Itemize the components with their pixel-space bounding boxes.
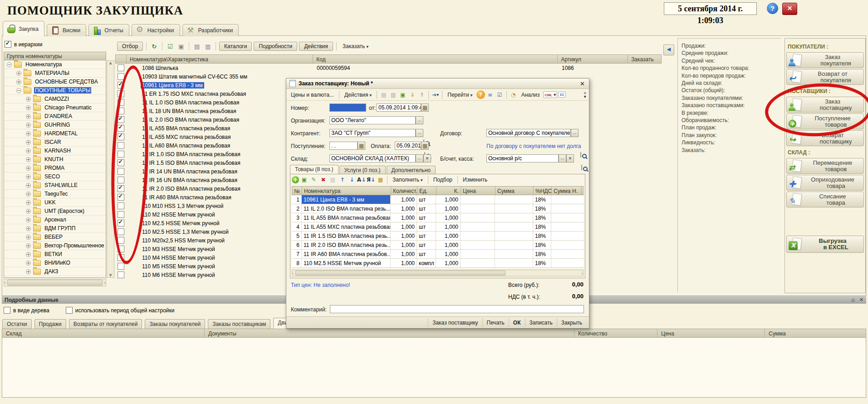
contragent-input[interactable]: ЗАО "СТ Групп" (329, 129, 416, 137)
row-checkbox[interactable] (118, 90, 124, 97)
tree-item[interactable]: + CAMOZZI (4, 95, 106, 103)
main-tab[interactable]: Висяки (47, 24, 86, 36)
row-checkbox[interactable] (118, 151, 124, 158)
details-button[interactable]: Подробности (254, 42, 297, 51)
tree-item[interactable]: − Номенклатура (4, 60, 106, 69)
tree-item[interactable]: + STAHLWILLE (4, 181, 106, 190)
expand-icon[interactable]: + (26, 131, 31, 136)
row-checkbox[interactable] (118, 116, 124, 123)
expand-icon[interactable]: + (26, 140, 31, 145)
row-checkbox[interactable] (118, 159, 124, 166)
contragent-select-button[interactable]: ... (416, 129, 423, 137)
row-checkbox[interactable] (118, 185, 124, 192)
tree-item[interactable]: + Вектор-Промышленное (4, 241, 106, 250)
date-input[interactable]: 05.09.2014 1:09:45 (377, 103, 421, 112)
sort-desc-icon[interactable]: Я (367, 176, 375, 184)
paste-list-b-icon[interactable]: ▥ (203, 42, 212, 51)
totals-icon[interactable]: ▦ (376, 176, 385, 184)
more-buttons-chevron[interactable]: »▾ (584, 91, 587, 99)
tree-item[interactable]: + ВДМ ГРУПП (4, 224, 106, 233)
tree-item[interactable]: + UKK (4, 198, 106, 207)
expand-icon[interactable]: + (26, 148, 31, 153)
account-clear-icon[interactable]: ✕ (566, 154, 574, 163)
save-rows-icon[interactable]: ▤ (329, 176, 337, 184)
goto-dropdown[interactable]: Перейти (445, 91, 475, 99)
goods-table-horizontal-scrollbar[interactable]: ‹› (292, 270, 584, 276)
documents-column-header[interactable]: Документы (205, 329, 574, 337)
close-app-button[interactable]: ✕ (782, 3, 797, 15)
main-tab[interactable]: Отчеты (88, 24, 129, 36)
organization-select-button[interactable]: ... (416, 116, 423, 124)
row-checkbox[interactable] (118, 125, 124, 132)
save-icon[interactable]: ▤ (379, 90, 388, 99)
pin-icon[interactable]: ▫ (851, 297, 854, 303)
tree-item[interactable]: + KARNASH (4, 147, 106, 155)
row-checkbox[interactable] (118, 220, 124, 227)
network-icon[interactable]: 1С (558, 92, 565, 98)
help-icon[interactable]: ? (767, 3, 778, 14)
row-checkbox[interactable] (118, 64, 124, 71)
row-checkbox[interactable] (118, 168, 124, 175)
expand-icon[interactable]: + (16, 71, 21, 76)
expand-icon[interactable]: + (26, 252, 31, 257)
goods-row[interactable]: 4 11 IL A55 MXC пластина резьбовая 1,000… (292, 222, 584, 232)
copy-pages-icon[interactable]: ▣ (177, 42, 186, 51)
tree-item[interactable]: − ПОКУПНЫЕ ТОВАРЫ (4, 86, 106, 95)
row-checkbox[interactable] (118, 263, 124, 270)
dialog-footer-button[interactable]: Заказ поставщику (428, 318, 482, 327)
preview-icon[interactable]: ▧ (389, 90, 397, 99)
warehouse-column-header[interactable]: Склад (2, 329, 205, 337)
hierarchy-checkbox[interactable] (5, 41, 11, 48)
excel-export-button[interactable]: Выгрузкав EXCEL (786, 236, 864, 253)
dialog-actions-dropdown[interactable]: Действия (342, 91, 374, 99)
expand-icon[interactable]: + (26, 217, 31, 222)
main-tab[interactable]: Разработчики (182, 24, 239, 36)
name-column-header[interactable]: Номенклатура\Характеристика (127, 55, 313, 63)
row-checkbox[interactable] (118, 194, 124, 201)
contract-input[interactable]: Основной договор С покупателем (486, 129, 571, 137)
action-button[interactable]: Поступлениетоваров (786, 113, 864, 129)
move-down-icon[interactable]: ↓ (348, 176, 356, 184)
expand-icon[interactable]: + (26, 123, 31, 128)
pick-button[interactable]: Подбор (431, 176, 455, 184)
row-checkbox[interactable] (118, 99, 124, 106)
row-checkbox[interactable] (118, 237, 124, 244)
details-tab[interactable]: Продажи (34, 319, 66, 329)
goods-row[interactable]: 1 10961 Цанга ER8 - 3 мм 1,000 шт 1,000 … (292, 195, 584, 204)
period-checkbox[interactable] (66, 307, 73, 314)
action-button[interactable]: Оприходованиетовара (786, 175, 864, 191)
tree-item[interactable]: + МАТЕРИАЛЫ (4, 69, 106, 78)
add-document-icon[interactable]: ▣ (398, 90, 407, 99)
product-row[interactable]: 1086 Шпилька 00000059594 1086 (115, 64, 662, 72)
checkbox-column-header[interactable] (116, 55, 127, 63)
payment-calendar-icon[interactable]: ▦ (421, 142, 429, 150)
number-input[interactable] (329, 103, 366, 112)
dialog-footer-button[interactable]: Закрыть (557, 318, 586, 327)
check-all-icon[interactable]: ☑ (166, 42, 175, 51)
expand-icon[interactable]: + (16, 79, 21, 84)
action-button[interactable]: Заказпокупателя (786, 52, 864, 68)
goods-row[interactable]: 5 11 IR 1.5 ISO BMA пластина резь... 1,0… (292, 232, 584, 241)
quantity-column-header[interactable]: Количество (574, 329, 657, 337)
expand-icon[interactable]: + (26, 261, 31, 266)
tree-item[interactable]: + ВЕТКИ (4, 250, 106, 259)
row-checkbox[interactable] (118, 228, 124, 235)
contract-select-button[interactable]: ... (571, 129, 579, 137)
expand-icon[interactable]: + (26, 157, 31, 162)
dialog-titlebar[interactable]: Заказ поставщику: Новый * ✕ (286, 79, 589, 89)
account-input[interactable]: Основной р/с (486, 154, 559, 163)
article-column-header[interactable]: Артикул (558, 55, 628, 63)
delete-row-icon[interactable]: ✖ (319, 176, 328, 184)
tree-item[interactable]: + TaeguTec (4, 190, 106, 198)
expand-icon[interactable]: + (26, 97, 31, 102)
sort-asc-icon[interactable]: А (357, 176, 366, 184)
dialog-footer-button[interactable]: ОК (509, 318, 525, 327)
expand-icon[interactable]: + (26, 243, 31, 248)
row-checkbox[interactable] (118, 73, 124, 80)
row-checkbox[interactable] (118, 271, 124, 278)
receipt-date-input[interactable]: . . (329, 142, 358, 150)
expand-icon[interactable]: + (26, 235, 31, 240)
collapse-panel-button[interactable]: ◀ (663, 44, 674, 55)
tree-item[interactable]: + ISCAR (4, 138, 106, 147)
tree-item[interactable]: + D'ANDREA (4, 112, 106, 121)
